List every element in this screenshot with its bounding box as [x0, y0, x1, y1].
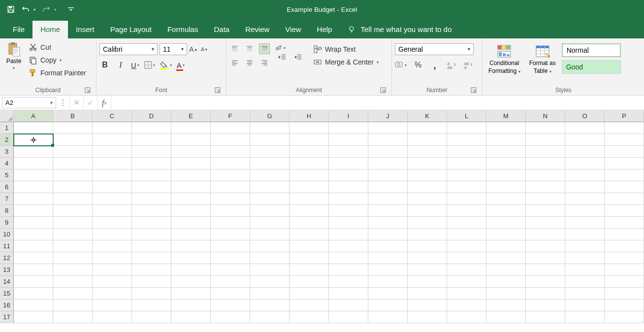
row-header[interactable]: 1	[0, 122, 14, 134]
row-header[interactable]: 14	[0, 276, 14, 288]
cell[interactable]	[171, 299, 211, 311]
tab-help[interactable]: Help	[309, 21, 340, 38]
cell[interactable]	[408, 311, 447, 323]
cell[interactable]	[329, 169, 368, 181]
increase-font-icon[interactable]: A▲	[189, 45, 198, 54]
tab-review[interactable]: Review	[237, 21, 277, 38]
cell[interactable]	[132, 134, 171, 146]
cell[interactable]	[526, 146, 565, 158]
cell[interactable]	[290, 205, 329, 217]
align-right[interactable]	[259, 57, 270, 68]
column-header[interactable]: D	[132, 110, 171, 122]
column-header[interactable]: M	[486, 110, 526, 122]
cell[interactable]	[211, 122, 250, 134]
italic-button[interactable]: I	[115, 60, 126, 70]
cell[interactable]	[290, 288, 329, 299]
cell[interactable]	[250, 264, 290, 276]
cell[interactable]	[14, 146, 53, 158]
cell[interactable]	[290, 146, 329, 158]
cell[interactable]	[526, 122, 565, 134]
cell[interactable]	[486, 181, 526, 193]
cell[interactable]	[211, 134, 250, 146]
cell[interactable]	[211, 311, 250, 323]
row-header[interactable]: 16	[0, 299, 14, 311]
cell[interactable]	[290, 217, 329, 229]
cell[interactable]	[368, 158, 408, 169]
cell[interactable]	[53, 299, 93, 311]
cell[interactable]	[53, 240, 93, 252]
align-left[interactable]	[229, 57, 240, 68]
qat-customize-icon[interactable]	[67, 5, 75, 13]
cell[interactable]	[447, 217, 486, 229]
cell[interactable]	[526, 193, 565, 205]
cell[interactable]	[53, 181, 93, 193]
cell[interactable]	[290, 264, 329, 276]
cell[interactable]	[605, 217, 644, 229]
cell[interactable]	[53, 311, 93, 323]
cell[interactable]	[526, 264, 565, 276]
cell[interactable]	[486, 205, 526, 217]
cell[interactable]	[368, 288, 408, 299]
cell[interactable]	[368, 181, 408, 193]
tab-file[interactable]: File	[5, 21, 32, 38]
cell[interactable]	[408, 181, 447, 193]
cell-style-good[interactable]: Good	[562, 60, 621, 74]
formula-input[interactable]	[111, 96, 644, 110]
increase-decimal-button[interactable]: .0.00	[446, 60, 457, 70]
column-header[interactable]: L	[447, 110, 486, 122]
column-header[interactable]: H	[290, 110, 329, 122]
copy-button[interactable]: Copy ▾	[27, 55, 88, 65]
cell[interactable]	[211, 288, 250, 299]
cell[interactable]	[171, 181, 211, 193]
cell[interactable]	[486, 288, 526, 299]
cell[interactable]	[447, 311, 486, 323]
cell[interactable]	[171, 146, 211, 158]
format-as-table-button[interactable]: Format as Table ▾	[526, 42, 559, 76]
column-header[interactable]: C	[93, 110, 132, 122]
cell[interactable]	[368, 217, 408, 229]
tab-view[interactable]: View	[277, 21, 309, 38]
cell[interactable]	[329, 193, 368, 205]
cell[interactable]	[486, 169, 526, 181]
cell[interactable]	[565, 193, 605, 205]
cell[interactable]	[447, 158, 486, 169]
cell[interactable]	[132, 146, 171, 158]
cell[interactable]	[250, 205, 290, 217]
cell[interactable]	[565, 122, 605, 134]
cell[interactable]	[53, 276, 93, 288]
cell[interactable]	[171, 240, 211, 252]
cell[interactable]	[526, 288, 565, 299]
row-header[interactable]: 9	[0, 217, 14, 229]
cell[interactable]	[605, 229, 644, 240]
cell[interactable]	[447, 276, 486, 288]
cell[interactable]	[565, 311, 605, 323]
cell[interactable]	[486, 146, 526, 158]
row-header[interactable]: 8	[0, 205, 14, 217]
cell[interactable]	[329, 276, 368, 288]
cell[interactable]	[329, 158, 368, 169]
cell[interactable]	[132, 193, 171, 205]
cell[interactable]	[211, 193, 250, 205]
column-header[interactable]: J	[368, 110, 408, 122]
fill-color-button[interactable]: ▾	[160, 61, 172, 69]
cell[interactable]	[132, 288, 171, 299]
cell[interactable]	[290, 311, 329, 323]
number-launcher-icon[interactable]	[470, 87, 477, 94]
cell[interactable]	[605, 193, 644, 205]
cell[interactable]	[290, 134, 329, 146]
cell[interactable]	[93, 240, 132, 252]
cell[interactable]	[368, 146, 408, 158]
cell[interactable]	[250, 134, 290, 146]
cell[interactable]	[329, 205, 368, 217]
cell[interactable]	[171, 122, 211, 134]
cell[interactable]	[565, 134, 605, 146]
decrease-indent-button[interactable]	[277, 52, 288, 62]
cell[interactable]	[290, 252, 329, 264]
comma-button[interactable]: ,	[429, 60, 440, 70]
cell[interactable]	[408, 158, 447, 169]
column-header[interactable]: O	[565, 110, 605, 122]
underline-button[interactable]: U▾	[131, 61, 139, 69]
cell[interactable]	[368, 122, 408, 134]
cell[interactable]	[447, 122, 486, 134]
align-top-center[interactable]	[244, 43, 255, 54]
